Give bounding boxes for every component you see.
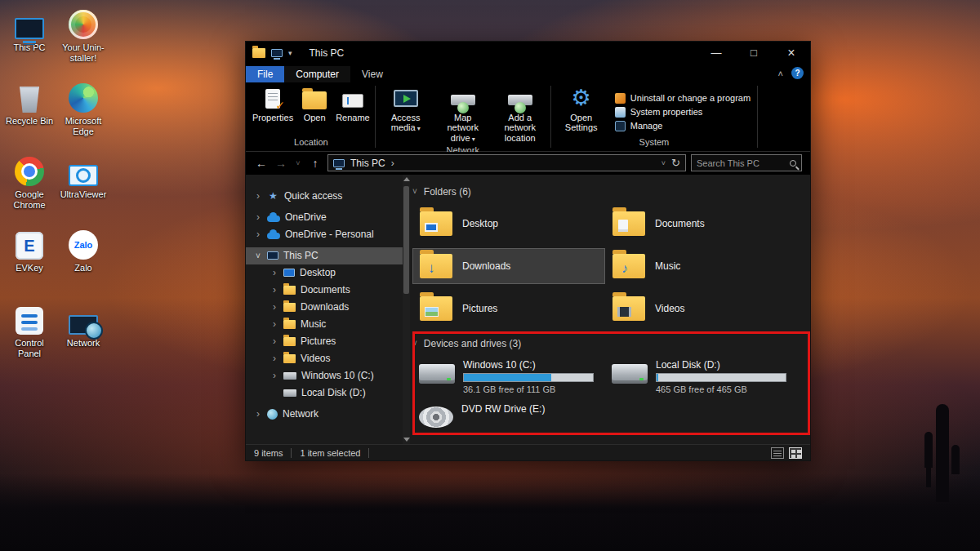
desktop-icon-google-chrome[interactable]: Google Chrome (3, 152, 56, 211)
cloud-icon (267, 216, 280, 222)
chevron-right-icon[interactable]: › (270, 335, 278, 347)
uninstall-icon (615, 93, 626, 104)
desktop-icon-evkey[interactable]: EVKey (3, 225, 56, 273)
title-bar[interactable]: ▾ This PC — □ × (246, 42, 810, 64)
collapse-icon[interactable]: ˅ (412, 339, 417, 348)
sidebar-item-network[interactable]: › Network (246, 406, 403, 423)
chevron-right-icon[interactable]: › (254, 408, 262, 420)
desktop-icon-this-pc[interactable]: This PC (3, 5, 56, 53)
sidebar-item-this-pc[interactable]: ˅ This PC (246, 247, 403, 264)
chevron-right-icon[interactable]: › (254, 211, 262, 223)
desktop-icon-your-uninstaller[interactable]: Your Unin-staller! (57, 5, 109, 64)
chevron-right-icon[interactable]: › (270, 284, 278, 295)
folder-tile-music[interactable]: Music (605, 248, 798, 284)
folder-tile-downloads[interactable]: Downloads (412, 248, 605, 284)
folders-section-header[interactable]: ˅ Folders (6) (412, 184, 810, 199)
desktop-icon-recycle-bin[interactable]: Recycle Bin (3, 78, 56, 127)
folder-tile-videos[interactable]: Videos (605, 291, 798, 327)
properties-button[interactable]: Properties (249, 86, 296, 137)
add-location-icon (508, 95, 532, 105)
sidebar-item-windows-c[interactable]: › Windows 10 (C:) (246, 367, 403, 384)
folder-icon (283, 320, 296, 329)
folder-tile-desktop[interactable]: Desktop (412, 206, 605, 242)
map-drive-icon (451, 95, 475, 105)
back-button[interactable]: ← (254, 157, 269, 170)
desktop-icon-label: Zalo (57, 263, 109, 273)
access-media-icon (394, 90, 418, 107)
sidebar-item-pictures[interactable]: › Pictures (246, 333, 403, 350)
address-dropdown-icon[interactable]: ˅ (662, 159, 666, 167)
folder-tile-documents[interactable]: Documents (605, 206, 798, 242)
chevron-right-icon[interactable]: › (270, 370, 278, 381)
drive-tile-dvd-e[interactable]: DVD RW Drive (E:) (412, 402, 605, 439)
folder-tile-pictures[interactable]: Pictures (412, 291, 605, 327)
desktop-icon-ultraviewer[interactable]: UltraViewer (57, 152, 109, 200)
address-path[interactable]: This PC (350, 158, 385, 169)
system-properties-item[interactable]: System properties (615, 107, 751, 118)
desktop-icon-label: Network (57, 338, 109, 349)
tab-view[interactable]: View (350, 66, 394, 82)
sidebar-item-quick-access[interactable]: › ★ Quick access (246, 188, 403, 205)
drive-tile-windows-c[interactable]: Windows 10 (C:) 36.1 GB free of 111 GB (412, 358, 605, 395)
desktop-icon-zalo[interactable]: Zalo (57, 225, 109, 273)
chevron-right-icon[interactable]: › (270, 318, 278, 330)
sidebar-item-desktop[interactable]: › Desktop (246, 264, 403, 282)
quick-access-toolbar-dropdown-icon[interactable]: ▾ (288, 49, 292, 57)
chevron-right-icon[interactable]: › (254, 229, 262, 240)
scroll-down-icon[interactable] (403, 438, 410, 442)
map-network-drive-button[interactable]: Map network drive▾ (434, 86, 492, 145)
close-button[interactable]: × (773, 42, 810, 64)
ribbon-collapse-icon[interactable]: ˄ (778, 69, 783, 78)
sidebar-item-local-disk-d[interactable]: Local Disk (D:) (246, 384, 403, 402)
scroll-up-icon[interactable] (403, 177, 410, 181)
open-button[interactable]: Open (296, 86, 332, 137)
search-icon[interactable] (790, 160, 796, 167)
dvd-drive-icon (419, 407, 453, 428)
refresh-icon[interactable]: ↻ (671, 157, 680, 169)
sidebar-item-videos[interactable]: › Videos (246, 350, 403, 367)
search-input[interactable] (697, 158, 786, 168)
sidebar-item-documents[interactable]: › Documents (246, 282, 403, 299)
desktop-icon-control-panel[interactable]: Control Panel (3, 300, 56, 359)
access-media-button[interactable]: Access media▾ (377, 86, 434, 145)
desktop-icon-network[interactable]: Network (57, 300, 109, 349)
sidebar-item-onedrive-personal[interactable]: › OneDrive - Personal (246, 226, 403, 243)
collapse-icon[interactable]: ˅ (412, 187, 417, 196)
manage-item[interactable]: Manage (615, 121, 751, 131)
address-bar[interactable]: This PC › ˅ ↻ (327, 154, 686, 171)
manage-icon (615, 121, 626, 131)
chevron-right-icon[interactable]: › (270, 353, 278, 364)
path-chevron-icon[interactable]: › (391, 158, 394, 169)
search-box[interactable] (691, 154, 802, 171)
maximize-button[interactable]: □ (735, 42, 773, 64)
scrollbar-thumb[interactable] (403, 186, 409, 294)
up-button[interactable]: ↑ (308, 157, 323, 170)
large-icons-view-button[interactable] (789, 447, 802, 459)
drive-tile-local-disk-d[interactable]: Local Disk (D:) 465 GB free of 465 GB (605, 358, 798, 395)
rename-button[interactable]: Rename (332, 86, 373, 137)
uninstall-program-item[interactable]: Uninstall or change a program (615, 93, 751, 104)
explorer-window: ▾ This PC — □ × File Computer View ˄ ? (245, 41, 811, 461)
sidebar-item-onedrive[interactable]: › OneDrive (246, 209, 403, 226)
edge-icon (69, 83, 98, 113)
help-icon[interactable]: ? (791, 67, 804, 79)
sidebar-item-music[interactable]: › Music (246, 316, 403, 333)
open-settings-button[interactable]: ⚙ Open Settings (553, 86, 610, 137)
drives-section-header[interactable]: ˅ Devices and drives (3) (412, 336, 810, 351)
dropdown-icon: ▾ (472, 136, 475, 143)
tab-computer[interactable]: Computer (284, 66, 350, 82)
chevron-down-icon[interactable]: ˅ (254, 251, 262, 260)
recent-locations-icon[interactable]: ˅ (293, 159, 303, 167)
details-view-button[interactable] (771, 447, 784, 459)
minimize-button[interactable]: — (697, 42, 735, 64)
desktop-icon-microsoft-edge[interactable]: Microsoft Edge (57, 78, 109, 137)
tab-file[interactable]: File (246, 66, 284, 82)
chevron-right-icon[interactable]: › (270, 267, 278, 278)
chevron-right-icon[interactable]: › (270, 301, 278, 313)
chevron-right-icon[interactable]: › (254, 190, 262, 202)
forward-button[interactable]: → (274, 157, 288, 170)
sidebar-item-downloads[interactable]: › Downloads (246, 299, 403, 316)
quick-access-this-pc-icon[interactable] (271, 49, 283, 57)
sidebar-scrollbar[interactable] (403, 175, 410, 444)
add-network-location-button[interactable]: Add a network location (492, 86, 549, 145)
